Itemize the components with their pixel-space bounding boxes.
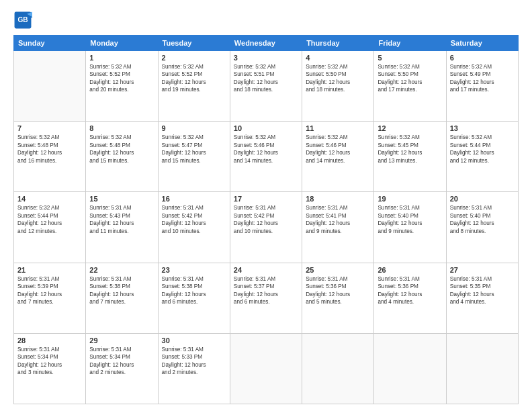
cell-content: Sunrise: 5:31 AM Sunset: 5:43 PM Dayligh… — [89, 204, 154, 235]
header-day-sunday: Sunday — [14, 36, 86, 51]
header-day-wednesday: Wednesday — [230, 36, 302, 51]
day-number: 1 — [89, 54, 154, 62]
cell-content: Sunrise: 5:32 AM Sunset: 5:52 PM Dayligh… — [162, 63, 226, 94]
day-number: 18 — [306, 195, 370, 203]
day-number: 17 — [234, 195, 298, 203]
calendar-body: 1Sunrise: 5:32 AM Sunset: 5:52 PM Daylig… — [14, 51, 519, 404]
cell-content: Sunrise: 5:31 AM Sunset: 5:40 PM Dayligh… — [378, 204, 442, 235]
day-number: 28 — [17, 336, 82, 345]
table-row: 14Sunrise: 5:32 AM Sunset: 5:44 PM Dayli… — [14, 192, 86, 263]
table-row: 7Sunrise: 5:32 AM Sunset: 5:48 PM Daylig… — [14, 122, 86, 192]
table-row: 1Sunrise: 5:32 AM Sunset: 5:52 PM Daylig… — [86, 51, 158, 122]
day-number: 20 — [450, 195, 515, 203]
day-number: 29 — [89, 336, 154, 345]
table-row: 2Sunrise: 5:32 AM Sunset: 5:52 PM Daylig… — [158, 51, 230, 122]
table-row: 20Sunrise: 5:31 AM Sunset: 5:40 PM Dayli… — [446, 192, 518, 263]
day-number: 2 — [162, 54, 226, 62]
cell-content: Sunrise: 5:31 AM Sunset: 5:37 PM Dayligh… — [234, 275, 298, 306]
table-row: 10Sunrise: 5:32 AM Sunset: 5:46 PM Dayli… — [230, 122, 302, 192]
table-row: 24Sunrise: 5:31 AM Sunset: 5:37 PM Dayli… — [230, 263, 302, 333]
day-number: 14 — [17, 195, 82, 203]
cell-content: Sunrise: 5:32 AM Sunset: 5:44 PM Dayligh… — [17, 204, 82, 235]
table-row: 12Sunrise: 5:32 AM Sunset: 5:45 PM Dayli… — [374, 122, 446, 192]
week-row-4: 21Sunrise: 5:31 AM Sunset: 5:39 PM Dayli… — [14, 263, 519, 333]
table-row: 11Sunrise: 5:32 AM Sunset: 5:46 PM Dayli… — [302, 122, 374, 192]
svg-text:GB: GB — [17, 16, 28, 24]
table-row: 13Sunrise: 5:32 AM Sunset: 5:44 PM Dayli… — [446, 122, 518, 192]
day-number: 8 — [89, 124, 154, 132]
day-number: 16 — [162, 195, 226, 203]
table-row: 4Sunrise: 5:32 AM Sunset: 5:50 PM Daylig… — [302, 51, 374, 122]
cell-content: Sunrise: 5:32 AM Sunset: 5:44 PM Dayligh… — [450, 134, 515, 165]
cell-content: Sunrise: 5:32 AM Sunset: 5:46 PM Dayligh… — [234, 134, 298, 165]
day-number: 22 — [89, 266, 154, 274]
header-day-saturday: Saturday — [446, 36, 518, 51]
cell-content: Sunrise: 5:31 AM Sunset: 5:34 PM Dayligh… — [17, 346, 82, 377]
cell-content: Sunrise: 5:32 AM Sunset: 5:48 PM Dayligh… — [17, 134, 82, 165]
table-row: 3Sunrise: 5:32 AM Sunset: 5:51 PM Daylig… — [230, 51, 302, 122]
cell-content: Sunrise: 5:32 AM Sunset: 5:49 PM Dayligh… — [450, 63, 515, 94]
logo-icon: GB — [13, 11, 32, 30]
table-row: 27Sunrise: 5:31 AM Sunset: 5:35 PM Dayli… — [446, 263, 518, 333]
day-number: 11 — [306, 124, 370, 132]
header-day-tuesday: Tuesday — [158, 36, 230, 51]
table-row: 26Sunrise: 5:31 AM Sunset: 5:36 PM Dayli… — [374, 263, 446, 333]
cell-content: Sunrise: 5:31 AM Sunset: 5:40 PM Dayligh… — [450, 204, 515, 235]
day-number: 23 — [162, 266, 226, 274]
cell-content: Sunrise: 5:32 AM Sunset: 5:50 PM Dayligh… — [306, 63, 370, 94]
table-row — [14, 51, 86, 122]
table-row: 22Sunrise: 5:31 AM Sunset: 5:38 PM Dayli… — [86, 263, 158, 333]
table-row: 21Sunrise: 5:31 AM Sunset: 5:39 PM Dayli… — [14, 263, 86, 333]
cell-content: Sunrise: 5:32 AM Sunset: 5:46 PM Dayligh… — [306, 134, 370, 165]
cell-content: Sunrise: 5:31 AM Sunset: 5:41 PM Dayligh… — [306, 204, 370, 235]
header: GB — [13, 11, 519, 30]
table-row — [230, 333, 302, 404]
day-number: 21 — [17, 266, 82, 274]
cell-content: Sunrise: 5:31 AM Sunset: 5:33 PM Dayligh… — [162, 346, 226, 377]
calendar-page: GB SundayMondayTuesdayWednesdayThursdayF… — [0, 0, 532, 411]
header-day-thursday: Thursday — [302, 36, 374, 51]
day-number: 30 — [162, 336, 226, 345]
day-number: 6 — [450, 54, 515, 62]
table-row: 30Sunrise: 5:31 AM Sunset: 5:33 PM Dayli… — [158, 333, 230, 404]
day-number: 10 — [234, 124, 298, 132]
day-number: 3 — [234, 54, 298, 62]
cell-content: Sunrise: 5:31 AM Sunset: 5:39 PM Dayligh… — [17, 275, 82, 306]
day-number: 15 — [89, 195, 154, 203]
table-row: 18Sunrise: 5:31 AM Sunset: 5:41 PM Dayli… — [302, 192, 374, 263]
cell-content: Sunrise: 5:31 AM Sunset: 5:38 PM Dayligh… — [89, 275, 154, 306]
table-row: 15Sunrise: 5:31 AM Sunset: 5:43 PM Dayli… — [86, 192, 158, 263]
week-row-2: 7Sunrise: 5:32 AM Sunset: 5:48 PM Daylig… — [14, 122, 519, 192]
day-number: 4 — [306, 54, 370, 62]
day-number: 24 — [234, 266, 298, 274]
cell-content: Sunrise: 5:32 AM Sunset: 5:48 PM Dayligh… — [89, 134, 154, 165]
table-row: 23Sunrise: 5:31 AM Sunset: 5:38 PM Dayli… — [158, 263, 230, 333]
day-number: 27 — [450, 266, 515, 274]
week-row-5: 28Sunrise: 5:31 AM Sunset: 5:34 PM Dayli… — [14, 333, 519, 404]
calendar-table: SundayMondayTuesdayWednesdayThursdayFrid… — [13, 35, 519, 404]
header-day-friday: Friday — [374, 36, 446, 51]
cell-content: Sunrise: 5:32 AM Sunset: 5:50 PM Dayligh… — [378, 63, 442, 94]
day-number: 5 — [378, 54, 442, 62]
table-row: 8Sunrise: 5:32 AM Sunset: 5:48 PM Daylig… — [86, 122, 158, 192]
header-day-monday: Monday — [86, 36, 158, 51]
day-number: 26 — [378, 266, 442, 274]
logo: GB — [13, 11, 35, 30]
table-row: 9Sunrise: 5:32 AM Sunset: 5:47 PM Daylig… — [158, 122, 230, 192]
table-row: 6Sunrise: 5:32 AM Sunset: 5:49 PM Daylig… — [446, 51, 518, 122]
week-row-1: 1Sunrise: 5:32 AM Sunset: 5:52 PM Daylig… — [14, 51, 519, 122]
table-row: 5Sunrise: 5:32 AM Sunset: 5:50 PM Daylig… — [374, 51, 446, 122]
cell-content: Sunrise: 5:32 AM Sunset: 5:52 PM Dayligh… — [89, 63, 154, 94]
day-number: 19 — [378, 195, 442, 203]
table-row: 28Sunrise: 5:31 AM Sunset: 5:34 PM Dayli… — [14, 333, 86, 404]
table-row — [302, 333, 374, 404]
day-number: 12 — [378, 124, 442, 132]
table-row — [374, 333, 446, 404]
day-number: 9 — [162, 124, 226, 132]
cell-content: Sunrise: 5:31 AM Sunset: 5:42 PM Dayligh… — [234, 204, 298, 235]
day-number: 13 — [450, 124, 515, 132]
cell-content: Sunrise: 5:31 AM Sunset: 5:35 PM Dayligh… — [450, 275, 515, 306]
cell-content: Sunrise: 5:32 AM Sunset: 5:47 PM Dayligh… — [162, 134, 226, 165]
cell-content: Sunrise: 5:31 AM Sunset: 5:38 PM Dayligh… — [162, 275, 226, 306]
table-row: 25Sunrise: 5:31 AM Sunset: 5:36 PM Dayli… — [302, 263, 374, 333]
